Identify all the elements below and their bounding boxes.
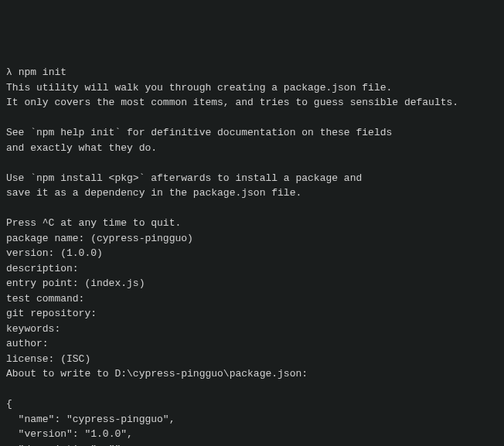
output-line: This utility will walk you through creat… <box>6 80 498 96</box>
prompt-line: description: <box>6 261 498 277</box>
output-line: It only covers the most common items, an… <box>6 95 498 111</box>
terminal-output[interactable]: λ npm initThis utility will walk you thr… <box>6 65 498 446</box>
output-line: See `npm help init` for definitive docum… <box>6 125 498 141</box>
json-line: "name": "cypress-pingguo", <box>6 412 498 427</box>
json-line: { <box>6 397 498 412</box>
prompt-line: author: <box>6 336 498 352</box>
output-line: Use `npm install <pkg>` afterwards to in… <box>6 171 498 186</box>
blank-line <box>6 201 498 216</box>
json-line: "version": "1.0.0", <box>6 427 498 442</box>
output-line: save it as a dependency in the package.j… <box>6 186 498 201</box>
output-line: and exactly what they do. <box>6 141 498 156</box>
blank-line <box>6 155 498 171</box>
prompt-line: test command: <box>6 291 498 307</box>
blank-line <box>6 382 498 397</box>
json-line: "description": "", <box>6 442 498 447</box>
prompt-line: package name: (cypress-pingguo) <box>6 231 498 247</box>
prompt-line: keywords: <box>6 322 498 337</box>
output-line: Press ^C at any time to quit. <box>6 216 498 231</box>
blank-line <box>6 111 498 126</box>
prompt-line: entry point: (index.js) <box>6 276 498 291</box>
command-text: npm init <box>19 66 66 78</box>
prompt-line: version: (1.0.0) <box>6 246 498 261</box>
output-line: About to write to D:\cypress-pingguo\pac… <box>6 366 498 382</box>
prompt-line: license: (ISC) <box>6 352 498 367</box>
prompt-symbol: λ <box>6 66 12 78</box>
prompt-line: git repository: <box>6 306 498 322</box>
